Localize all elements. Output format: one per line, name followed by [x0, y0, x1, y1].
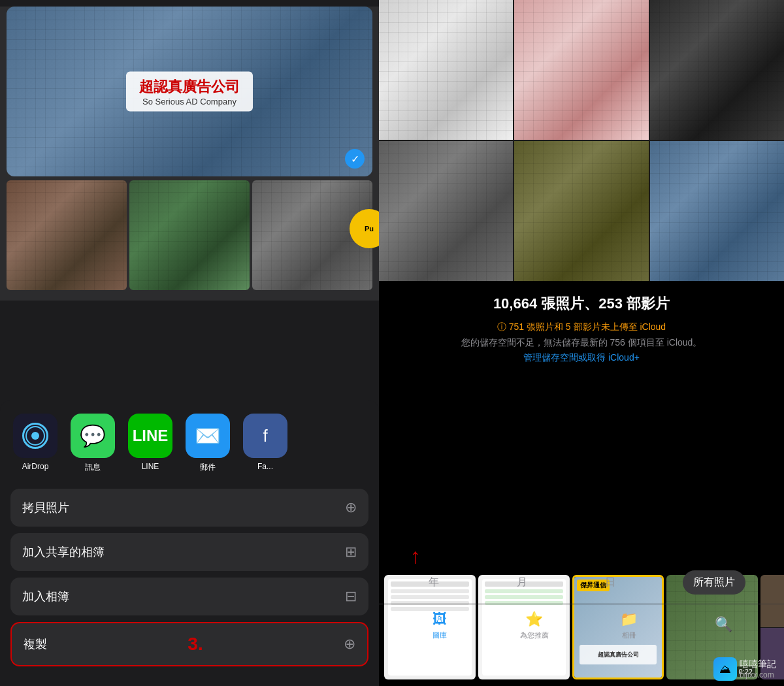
- shared-album-label: 加入共享的相簿: [22, 544, 105, 560]
- action-shared-album[interactable]: 加入共享的相簿 ⊞: [10, 533, 368, 571]
- filter-tab-all[interactable]: 所有照片: [683, 570, 745, 595]
- watermark-text: 嘻嘻筆記: [740, 659, 776, 670]
- foryou-label: 為您推薦: [520, 630, 549, 640]
- app-mail[interactable]: ✉️ 郵件: [186, 414, 230, 473]
- watermark-url: bijixx.com: [740, 670, 776, 679]
- watermark: ⛰ 嘻嘻筆記 bijixx.com: [706, 652, 784, 686]
- info-section: 10,664 張照片、253 部影片 ⓘ 751 張照片和 5 部影片未上傳至 …: [379, 281, 784, 370]
- action-duplicate[interactable]: 複製 3. ⊕: [10, 622, 368, 666]
- filter-tabs: 年 月 日 所有照片: [379, 564, 784, 601]
- manage-link[interactable]: 管理儲存空間或取得 iCloud+: [392, 352, 771, 364]
- albums-label: 相冊: [622, 630, 636, 640]
- small-photo-1[interactable]: [7, 180, 127, 290]
- tab-library[interactable]: 🖼 圖庫: [392, 611, 487, 640]
- right-photo-3: [650, 0, 784, 140]
- watermark-info: 嘻嘻筆記 bijixx.com: [740, 659, 776, 679]
- app-icons-row: AirDrop 💬 訊息 LINE LINE ✉️ 郵件: [10, 414, 368, 473]
- airdrop-label: AirDrop: [22, 462, 49, 471]
- airdrop-icon: [13, 414, 57, 458]
- foryou-icon: ⭐: [525, 611, 543, 628]
- fa-label: Fa...: [257, 462, 273, 471]
- add-album-icon: ⊟: [345, 588, 357, 605]
- warning-icon: ⓘ: [497, 321, 509, 332]
- copy-photo-icon: ⊕: [345, 499, 357, 516]
- right-photo-4: [379, 141, 513, 281]
- duplicate-icon: ⊕: [344, 636, 355, 653]
- app-line[interactable]: LINE LINE: [128, 414, 172, 473]
- share-sheet: AirDrop 💬 訊息 LINE LINE ✉️ 郵件: [0, 400, 379, 686]
- action-copy-photo[interactable]: 拷貝照片 ⊕: [10, 489, 368, 527]
- watermark-icon: ⛰: [713, 657, 737, 681]
- albums-icon: 📁: [620, 611, 638, 628]
- fa-icon: f: [243, 414, 287, 458]
- messages-icon: 💬: [71, 414, 115, 458]
- messages-label: 訊息: [85, 462, 101, 473]
- ad-banner: 超認真廣告公司 So Serious AD Company: [126, 72, 253, 112]
- tab-foryou[interactable]: ⭐ 為您推薦: [487, 611, 581, 640]
- ad-title: 超認真廣告公司: [139, 77, 240, 97]
- step-number: 3.: [188, 634, 203, 655]
- right-photo-6: [650, 141, 784, 281]
- add-album-label: 加入相簿: [22, 589, 69, 604]
- app-messages[interactable]: 💬 訊息: [71, 414, 115, 473]
- arrow-indicator: ↑: [410, 544, 421, 568]
- warning-detail: 您的儲存空間不足，無法儲存最新的 756 個項目至 iCloud。: [392, 336, 771, 350]
- warning-text: ⓘ 751 張照片和 5 部影片未上傳至 iCloud: [392, 321, 771, 333]
- right-panel: 傑昇通信 超認真廣告公司 0:22: [379, 0, 784, 686]
- left-panel: 超認真廣告公司 So Serious AD Company ✓ Pu: [0, 0, 379, 686]
- filter-tab-year[interactable]: 年: [418, 570, 449, 595]
- mail-icon: ✉️: [186, 414, 230, 458]
- right-photo-5: [514, 141, 648, 281]
- app-airdrop[interactable]: AirDrop: [13, 414, 57, 473]
- check-badge: ✓: [345, 149, 365, 169]
- photo-count: 10,664 張照片、253 部影片: [392, 294, 771, 314]
- library-label: 圖庫: [433, 630, 447, 640]
- tab-albums[interactable]: 📁 相冊: [581, 611, 676, 640]
- duplicate-label: 複製: [24, 636, 47, 652]
- right-photo-2: [514, 0, 648, 140]
- right-top-photos: [379, 0, 784, 281]
- small-photos-row: [0, 176, 379, 294]
- mail-label: 郵件: [200, 462, 216, 473]
- tab-bar: 🖼 圖庫 ⭐ 為您推薦 📁 相冊 🔍: [379, 604, 784, 647]
- filter-tab-day[interactable]: 日: [595, 570, 626, 595]
- tab-search[interactable]: 🔍: [676, 616, 771, 636]
- ad-subtitle: So Serious AD Company: [139, 97, 240, 106]
- shared-album-icon: ⊞: [345, 544, 357, 561]
- app-fa[interactable]: f Fa...: [243, 414, 287, 473]
- action-add-album[interactable]: 加入相簿 ⊟: [10, 578, 368, 615]
- photo-grid-top: 超認真廣告公司 So Serious AD Company ✓ Pu: [0, 7, 379, 301]
- right-photo-1: [379, 0, 513, 140]
- library-icon: 🖼: [433, 611, 447, 628]
- airdrop-waves-icon: [22, 423, 48, 449]
- small-photo-2[interactable]: [129, 180, 250, 290]
- line-label: LINE: [142, 462, 159, 471]
- line-text: LINE: [133, 427, 169, 445]
- line-icon: LINE: [128, 414, 172, 458]
- copy-photo-label: 拷貝照片: [22, 500, 69, 515]
- warning-detail-short: 751 張照片和 5 部影片未上傳至 iCloud: [509, 321, 666, 332]
- search-icon: 🔍: [715, 616, 732, 633]
- main-photo[interactable]: 超認真廣告公司 So Serious AD Company ✓: [7, 7, 372, 176]
- filter-tab-month[interactable]: 月: [506, 570, 538, 595]
